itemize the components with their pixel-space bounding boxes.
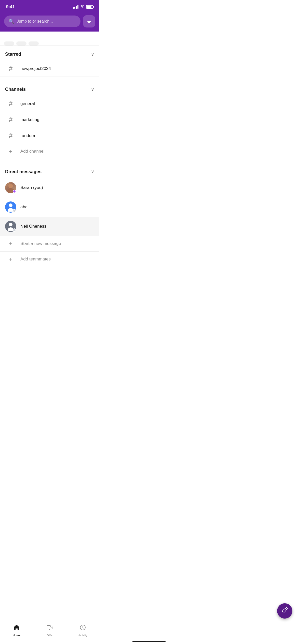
dm-name-neil: Neil Oneness xyxy=(20,224,94,229)
channel-random[interactable]: # random xyxy=(0,128,99,144)
channels-section: Channels ∨ # general # marketing # rando… xyxy=(0,81,99,159)
starred-chevron-icon: ∨ xyxy=(91,51,94,57)
online-status-dot xyxy=(13,190,16,193)
plus-icon: + xyxy=(5,148,16,155)
wifi-icon xyxy=(80,5,85,9)
avatar-wrap-sarah xyxy=(5,182,16,193)
starred-channel-newproject2024[interactable]: # newproject2024 xyxy=(0,61,99,77)
avatar-wrap-neil xyxy=(5,221,16,232)
start-new-message[interactable]: + Start a new message xyxy=(0,236,99,251)
starred-section: Starred ∨ # newproject2024 xyxy=(0,46,99,77)
top-tab-3[interactable] xyxy=(29,41,39,46)
search-area: 🔍 Jump to or search... xyxy=(0,13,99,32)
search-bar[interactable]: 🔍 Jump to or search... xyxy=(4,16,80,27)
add-channel-label: Add channel xyxy=(20,149,94,154)
section-gap xyxy=(0,159,99,163)
channel-marketing[interactable]: # marketing xyxy=(0,112,99,128)
dm-chevron-icon: ∨ xyxy=(91,169,94,174)
top-tab-2[interactable] xyxy=(16,41,26,46)
hash-icon: # xyxy=(5,132,16,140)
plus-icon: + xyxy=(5,240,16,247)
channel-name: newproject2024 xyxy=(20,66,94,71)
dm-neil[interactable]: Neil Oneness xyxy=(0,217,99,236)
new-message-label: Start a new message xyxy=(20,241,94,246)
main-content: Starred ∨ # newproject2024 Channels ∨ # … xyxy=(0,46,99,292)
section-gap xyxy=(0,77,99,81)
signal-bars-icon xyxy=(73,5,78,9)
dm-section-header[interactable]: Direct messages ∨ xyxy=(0,163,99,178)
dm-name-abc: abc xyxy=(20,204,94,210)
hash-icon: # xyxy=(5,100,16,108)
channel-name: marketing xyxy=(20,117,94,122)
dm-section-title: Direct messages xyxy=(5,169,42,174)
hash-icon: # xyxy=(5,116,16,124)
add-channel-button[interactable]: + Add channel xyxy=(0,144,99,159)
search-icon: 🔍 xyxy=(9,19,14,24)
dm-name-sarah: Sarah (you) xyxy=(20,185,94,190)
top-tab-1[interactable] xyxy=(4,41,14,46)
battery-icon xyxy=(86,5,93,9)
content-spacer xyxy=(0,267,99,292)
channel-general[interactable]: # general xyxy=(0,96,99,112)
add-teammates-label: Add teammates xyxy=(20,257,94,262)
starred-section-title: Starred xyxy=(5,52,21,57)
search-placeholder: Jump to or search... xyxy=(17,19,53,24)
offline-status-dot xyxy=(13,209,16,212)
starred-section-header[interactable]: Starred ∨ xyxy=(0,46,99,61)
channels-chevron-icon: ∨ xyxy=(91,86,94,92)
filter-button[interactable] xyxy=(83,15,95,27)
avatar-wrap-abc xyxy=(5,201,16,213)
hash-icon: # xyxy=(5,65,16,72)
status-time: 9:41 xyxy=(6,4,15,9)
channels-section-header[interactable]: Channels ∨ xyxy=(0,81,99,96)
offline-status-dot xyxy=(13,228,16,232)
channel-name: general xyxy=(20,101,94,106)
dm-sarah[interactable]: Sarah (you) xyxy=(0,178,99,197)
top-tabs-row xyxy=(0,32,99,46)
status-icons xyxy=(73,5,93,9)
channels-section-title: Channels xyxy=(5,87,26,92)
channel-name: random xyxy=(20,133,94,138)
plus-icon: + xyxy=(5,256,16,263)
status-bar: 9:41 xyxy=(0,0,99,13)
add-teammates[interactable]: + Add teammates xyxy=(0,252,99,267)
dm-abc[interactable]: abc xyxy=(0,197,99,217)
direct-messages-section: Direct messages ∨ Sarah (you) abc xyxy=(0,163,99,267)
filter-icon xyxy=(87,20,92,23)
